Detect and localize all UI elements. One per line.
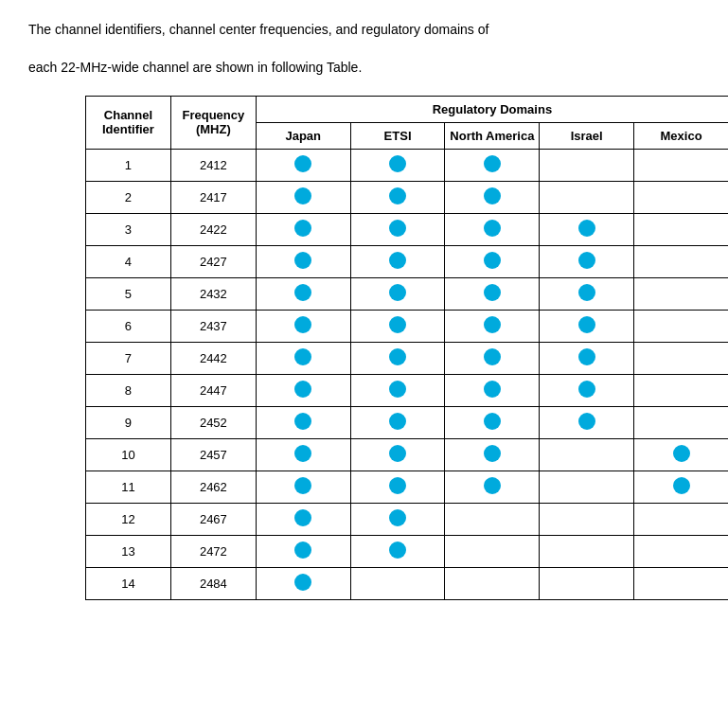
cell-frequency: 2447: [170, 374, 256, 406]
cell-north_america: [445, 438, 540, 471]
dot-israel: [578, 413, 595, 430]
table-row: 142484: [86, 567, 729, 599]
cell-north_america: [445, 567, 540, 599]
cell-north_america: [445, 535, 540, 567]
cell-channel: 11: [86, 471, 171, 503]
cell-etsi: [350, 567, 445, 599]
cell-japan: [256, 213, 350, 245]
cell-frequency: 2452: [170, 406, 256, 438]
cell-mexico: [634, 503, 728, 535]
cell-north_america: [445, 181, 540, 213]
cell-channel: 9: [86, 406, 171, 438]
dot-japan: [294, 574, 311, 591]
header-regulatory-domains: Regulatory Domains: [256, 96, 728, 122]
cell-etsi: [350, 471, 445, 503]
cell-israel: [540, 181, 634, 213]
cell-etsi: [350, 535, 445, 567]
cell-etsi: [350, 181, 445, 213]
dot-north_america: [484, 187, 501, 204]
cell-frequency: 2427: [170, 245, 256, 277]
dot-etsi: [389, 477, 406, 494]
cell-etsi: [350, 374, 445, 406]
cell-etsi: [350, 213, 445, 245]
dot-japan: [294, 316, 311, 333]
intro-line1: The channel identifiers, channel center …: [28, 19, 700, 40]
table-row: 132472: [86, 535, 729, 567]
dot-israel: [578, 220, 595, 237]
cell-channel: 6: [86, 310, 171, 342]
cell-japan: [256, 374, 350, 406]
cell-channel: 4: [86, 245, 171, 277]
header-etsi: ETSI: [350, 122, 445, 149]
cell-north_america: [445, 310, 540, 342]
cell-israel: [540, 310, 634, 342]
dot-north_america: [484, 316, 501, 333]
dot-japan: [294, 252, 311, 269]
cell-israel: [540, 245, 634, 277]
cell-japan: [256, 503, 350, 535]
table-row: 12412: [86, 149, 729, 181]
cell-mexico: [634, 535, 728, 567]
cell-israel: [540, 406, 634, 438]
dot-japan: [294, 445, 311, 462]
channel-table: Channel Identifier Frequency (MHZ) Regul…: [85, 96, 728, 600]
dot-etsi: [389, 252, 406, 269]
table-row: 102457: [86, 438, 729, 471]
cell-etsi: [350, 310, 445, 342]
dot-japan: [294, 477, 311, 494]
cell-frequency: 2442: [170, 342, 256, 374]
dot-japan: [294, 220, 311, 237]
dot-etsi: [389, 316, 406, 333]
dot-etsi: [389, 445, 406, 462]
header-israel: Israel: [540, 122, 634, 149]
cell-frequency: 2467: [170, 503, 256, 535]
cell-mexico: [634, 342, 728, 374]
cell-north_america: [445, 374, 540, 406]
cell-etsi: [350, 438, 445, 471]
dot-etsi: [389, 381, 406, 398]
cell-mexico: [634, 406, 728, 438]
dot-etsi: [389, 155, 406, 172]
cell-japan: [256, 277, 350, 310]
cell-frequency: 2412: [170, 149, 256, 181]
dot-japan: [294, 542, 311, 559]
cell-etsi: [350, 277, 445, 310]
cell-north_america: [445, 406, 540, 438]
cell-japan: [256, 181, 350, 213]
cell-etsi: [350, 342, 445, 374]
cell-channel: 2: [86, 181, 171, 213]
cell-israel: [540, 149, 634, 181]
cell-japan: [256, 342, 350, 374]
cell-north_america: [445, 471, 540, 503]
cell-mexico: [634, 310, 728, 342]
cell-north_america: [445, 149, 540, 181]
cell-mexico: [634, 567, 728, 599]
dot-etsi: [389, 542, 406, 559]
dot-north_america: [484, 445, 501, 462]
cell-mexico: [634, 277, 728, 310]
cell-frequency: 2462: [170, 471, 256, 503]
dot-etsi: [389, 348, 406, 365]
cell-channel: 5: [86, 277, 171, 310]
dot-etsi: [389, 187, 406, 204]
header-north-america: North America: [445, 122, 540, 149]
dot-japan: [294, 381, 311, 398]
cell-etsi: [350, 245, 445, 277]
dot-japan: [294, 348, 311, 365]
cell-channel: 13: [86, 535, 171, 567]
cell-israel: [540, 438, 634, 471]
dot-israel: [578, 348, 595, 365]
cell-frequency: 2457: [170, 438, 256, 471]
cell-mexico: [634, 471, 728, 503]
cell-japan: [256, 149, 350, 181]
dot-israel: [578, 284, 595, 301]
cell-mexico: [634, 374, 728, 406]
dot-japan: [294, 187, 311, 204]
cell-mexico: [634, 213, 728, 245]
cell-japan: [256, 406, 350, 438]
dot-japan: [294, 413, 311, 430]
dot-north_america: [484, 284, 501, 301]
cell-channel: 1: [86, 149, 171, 181]
intro-line2: each 22-MHz-wide channel are shown in fo…: [28, 57, 700, 78]
cell-north_america: [445, 245, 540, 277]
